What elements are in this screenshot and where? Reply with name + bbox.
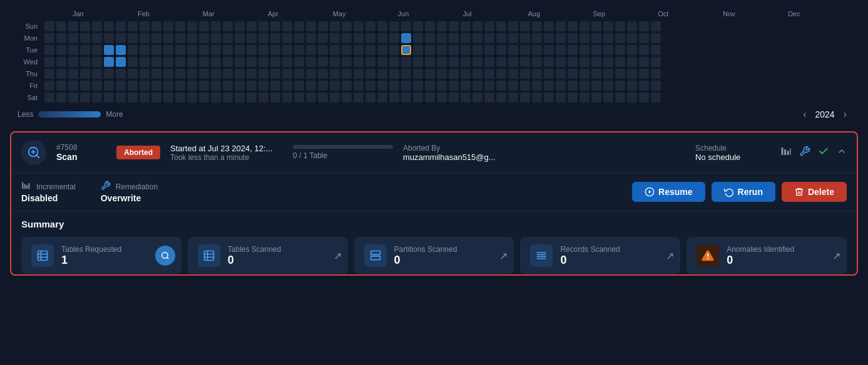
calendar-cell[interactable] bbox=[116, 81, 126, 91]
calendar-cell[interactable] bbox=[508, 81, 518, 91]
calendar-cell[interactable] bbox=[472, 21, 483, 31]
calendar-cell[interactable] bbox=[306, 57, 316, 67]
calendar-cell[interactable] bbox=[294, 81, 304, 91]
calendar-cell[interactable] bbox=[247, 21, 257, 31]
calendar-cell[interactable] bbox=[472, 92, 483, 102]
calendar-cell[interactable] bbox=[556, 45, 566, 55]
calendar-cell[interactable] bbox=[163, 57, 173, 67]
calendar-cell[interactable] bbox=[413, 81, 423, 91]
calendar-cell[interactable] bbox=[354, 81, 364, 91]
calendar-cell[interactable] bbox=[330, 45, 340, 55]
calendar-cell[interactable] bbox=[330, 21, 340, 31]
check-icon[interactable] bbox=[818, 146, 829, 160]
calendar-cell[interactable] bbox=[270, 45, 280, 55]
calendar-cell[interactable] bbox=[520, 69, 530, 79]
calendar-cell[interactable] bbox=[568, 81, 578, 91]
calendar-cell[interactable] bbox=[342, 92, 352, 102]
calendar-cell[interactable] bbox=[413, 57, 423, 67]
calendar-cell[interactable] bbox=[377, 81, 387, 91]
prev-year-button[interactable]: ‹ bbox=[799, 108, 810, 121]
calendar-cell[interactable] bbox=[235, 33, 245, 43]
calendar-cell[interactable] bbox=[294, 69, 304, 79]
calendar-cell[interactable] bbox=[247, 57, 257, 67]
calendar-cell[interactable] bbox=[128, 92, 138, 102]
calendar-cell[interactable] bbox=[365, 69, 375, 79]
calendar-cell[interactable] bbox=[615, 69, 625, 79]
search-btn-circle[interactable] bbox=[155, 246, 175, 266]
calendar-cell[interactable] bbox=[401, 45, 411, 55]
calendar-cell[interactable] bbox=[247, 33, 257, 43]
wrench-icon[interactable] bbox=[799, 146, 810, 160]
calendar-cell[interactable] bbox=[306, 45, 316, 55]
partitions-scanned-action[interactable]: ↗ bbox=[499, 250, 508, 262]
calendar-cell[interactable] bbox=[223, 45, 233, 55]
calendar-cell[interactable] bbox=[247, 81, 257, 91]
calendar-cell[interactable] bbox=[520, 21, 530, 31]
calendar-cell[interactable] bbox=[163, 81, 173, 91]
calendar-cell[interactable] bbox=[104, 45, 114, 55]
calendar-cell[interactable] bbox=[496, 92, 506, 102]
calendar-cell[interactable] bbox=[377, 69, 387, 79]
calendar-cell[interactable] bbox=[211, 45, 221, 55]
calendar-cell[interactable] bbox=[128, 45, 138, 55]
calendar-cell[interactable] bbox=[389, 69, 399, 79]
calendar-cell[interactable] bbox=[437, 21, 447, 31]
calendar-cell[interactable] bbox=[591, 81, 601, 91]
calendar-cell[interactable] bbox=[330, 69, 340, 79]
calendar-cell[interactable] bbox=[68, 33, 78, 43]
calendar-cell[interactable] bbox=[365, 92, 375, 102]
calendar-cell[interactable] bbox=[484, 92, 494, 102]
calendar-cell[interactable] bbox=[223, 33, 233, 43]
calendar-cell[interactable] bbox=[342, 33, 352, 43]
calendar-cell[interactable] bbox=[342, 57, 352, 67]
calendar-cell[interactable] bbox=[520, 57, 530, 67]
calendar-cell[interactable] bbox=[508, 33, 518, 43]
calendar-cell[interactable] bbox=[294, 33, 304, 43]
calendar-cell[interactable] bbox=[461, 57, 471, 67]
calendar-cell[interactable] bbox=[556, 57, 566, 67]
calendar-cell[interactable] bbox=[639, 57, 649, 67]
calendar-cell[interactable] bbox=[211, 81, 221, 91]
calendar-cell[interactable] bbox=[199, 57, 209, 67]
calendar-cell[interactable] bbox=[544, 33, 554, 43]
calendar-cell[interactable] bbox=[116, 92, 126, 102]
calendar-cell[interactable] bbox=[651, 33, 661, 43]
calendar-cell[interactable] bbox=[56, 92, 66, 102]
calendar-cell[interactable] bbox=[437, 57, 447, 67]
calendar-cell[interactable] bbox=[377, 57, 387, 67]
calendar-cell[interactable] bbox=[199, 81, 209, 91]
calendar-cell[interactable] bbox=[330, 92, 340, 102]
calendar-cell[interactable] bbox=[44, 69, 54, 79]
calendar-cell[interactable] bbox=[258, 33, 268, 43]
calendar-cell[interactable] bbox=[282, 69, 292, 79]
calendar-cell[interactable] bbox=[437, 81, 447, 91]
calendar-cell[interactable] bbox=[187, 81, 197, 91]
calendar-cell[interactable] bbox=[484, 21, 494, 31]
resume-button[interactable]: Resume bbox=[632, 182, 705, 202]
calendar-cell[interactable] bbox=[425, 69, 435, 79]
calendar-cell[interactable] bbox=[639, 92, 649, 102]
calendar-cell[interactable] bbox=[187, 69, 197, 79]
calendar-cell[interactable] bbox=[532, 21, 542, 31]
calendar-cell[interactable] bbox=[603, 81, 613, 91]
calendar-cell[interactable] bbox=[449, 21, 459, 31]
calendar-cell[interactable] bbox=[44, 57, 54, 67]
calendar-cell[interactable] bbox=[80, 21, 90, 31]
calendar-cell[interactable] bbox=[306, 21, 316, 31]
calendar-cell[interactable] bbox=[484, 45, 494, 55]
calendar-cell[interactable] bbox=[140, 33, 150, 43]
calendar-cell[interactable] bbox=[116, 69, 126, 79]
calendar-cell[interactable] bbox=[472, 45, 483, 55]
calendar-cell[interactable] bbox=[151, 57, 161, 67]
calendar-cell[interactable] bbox=[318, 45, 328, 55]
calendar-cell[interactable] bbox=[449, 81, 459, 91]
calendar-cell[interactable] bbox=[568, 69, 578, 79]
calendar-cell[interactable] bbox=[235, 21, 245, 31]
calendar-cell[interactable] bbox=[580, 21, 590, 31]
calendar-cell[interactable] bbox=[80, 57, 90, 67]
tables-scanned-action[interactable]: ↗ bbox=[334, 250, 342, 262]
calendar-cell[interactable] bbox=[80, 45, 90, 55]
calendar-cell[interactable] bbox=[556, 92, 566, 102]
calendar-cell[interactable] bbox=[425, 57, 435, 67]
calendar-cell[interactable] bbox=[151, 69, 161, 79]
